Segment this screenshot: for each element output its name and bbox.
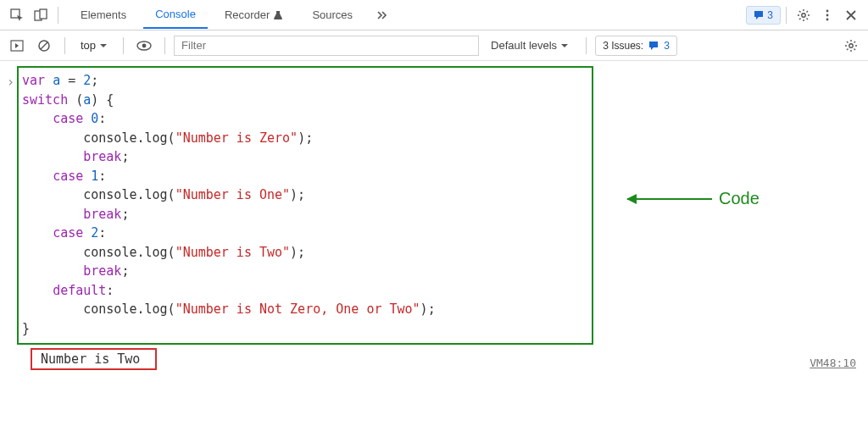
tab-label: Console [155, 8, 196, 20]
flask-icon [273, 10, 283, 20]
console-output-row: Number is Two VM48:10 [0, 348, 868, 377]
svg-point-5 [826, 14, 829, 16]
issues-count: 3 [664, 40, 670, 52]
divider [58, 7, 58, 24]
tab-label: Sources [312, 8, 353, 21]
code-input-block[interactable]: var a = 2; switch (a) { case 0: console.… [17, 66, 593, 345]
svg-point-4 [826, 9, 829, 12]
svg-point-3 [802, 13, 805, 16]
divider [123, 37, 124, 54]
chevron-double-right-icon [376, 9, 388, 21]
devtools-top-toolbar: Elements Console Recorder Sources 3 [0, 0, 868, 30]
console-output: Number is Two [31, 348, 157, 370]
chevron-down-icon [560, 41, 569, 50]
gear-icon[interactable] [792, 3, 815, 27]
filter-input[interactable] [174, 36, 479, 56]
sidebar-toggle-icon[interactable] [5, 34, 29, 58]
prompt-caret-icon: › [7, 75, 14, 90]
svg-point-11 [142, 43, 147, 47]
arrow-left-icon [627, 198, 712, 200]
svg-rect-2 [40, 9, 47, 19]
kebab-menu-icon[interactable] [815, 3, 839, 27]
issues-label: 3 Issues: [603, 40, 643, 52]
divider [64, 37, 65, 54]
divider [786, 7, 787, 24]
annotation-code: Code [627, 189, 760, 208]
tab-console[interactable]: Console [143, 1, 208, 29]
annotation-label: Code [719, 189, 760, 208]
message-icon [754, 10, 764, 20]
tab-more[interactable] [370, 3, 395, 28]
levels-label: Default levels [491, 39, 557, 52]
divider [164, 37, 165, 54]
svg-point-12 [849, 43, 853, 47]
device-toggle-icon[interactable] [29, 3, 53, 27]
levels-selector[interactable]: Default levels [482, 39, 577, 52]
clear-console-icon[interactable] [32, 34, 56, 58]
source-link[interactable]: VM48:10 [810, 357, 856, 369]
messages-count: 3 [767, 9, 773, 21]
tab-recorder[interactable]: Recorder [213, 2, 295, 28]
tab-elements[interactable]: Elements [69, 2, 138, 28]
message-icon [648, 41, 659, 51]
svg-line-9 [41, 42, 47, 49]
context-label: top [81, 39, 96, 52]
live-expression-icon[interactable] [132, 34, 156, 58]
messages-badge[interactable]: 3 [746, 6, 781, 25]
tab-strip: Elements Console Recorder Sources [69, 1, 395, 29]
code-text: var a = 2; switch (a) { case 0: console.… [22, 71, 583, 338]
console-body: › var a = 2; switch (a) { case 0: consol… [0, 66, 868, 377]
tab-label: Recorder [225, 8, 270, 21]
svg-point-6 [826, 18, 829, 20]
output-text: Number is Two [41, 351, 140, 367]
inspect-icon[interactable] [5, 3, 29, 27]
issues-badge[interactable]: 3 Issues: 3 [595, 36, 677, 56]
context-selector[interactable]: top [74, 39, 114, 52]
console-sub-toolbar: top Default levels 3 Issues: 3 [0, 30, 868, 61]
close-icon[interactable] [839, 3, 863, 27]
chevron-down-icon [99, 41, 108, 50]
gear-icon[interactable] [839, 34, 863, 58]
divider [586, 37, 587, 54]
tab-label: Elements [81, 8, 126, 21]
tab-sources[interactable]: Sources [300, 2, 364, 28]
